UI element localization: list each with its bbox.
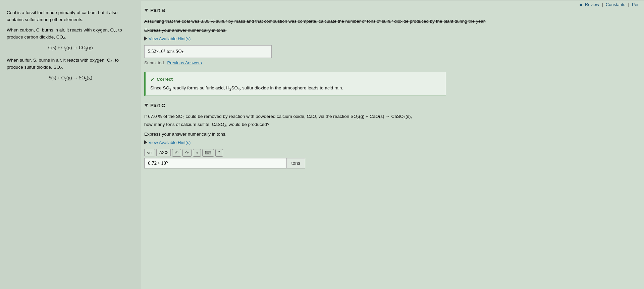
hint-arrow-c — [144, 140, 147, 144]
correct-text: Since SO2 readily forms sulfuric acid, H… — [150, 85, 441, 92]
part-b-answer-row — [144, 45, 634, 58]
checkmark-icon: ✓ — [150, 76, 155, 83]
part-c-express: Express your answer numerically in tons. — [144, 132, 634, 137]
part-b-express: Express your answer numerically in tons. — [144, 28, 634, 33]
hint-arrow-b — [144, 37, 147, 41]
part-b-hint-label: View Available Hint(s) — [149, 36, 191, 41]
undo-btn[interactable]: ↶ — [172, 149, 181, 157]
sqrt-btn[interactable]: √□ — [144, 149, 155, 156]
constants-link[interactable]: Constants — [606, 2, 626, 7]
equation-2: S(s) + O2(g) → SO2(g) — [7, 74, 134, 82]
part-c-hint-label: View Available Hint(s) — [149, 140, 191, 145]
prev-answers-row: Submitted Previous Answers — [144, 60, 634, 69]
sep1: | — [602, 2, 603, 7]
part-b-hint-link[interactable]: View Available Hint(s) — [144, 36, 634, 41]
keyboard-btn[interactable]: ⌨ — [202, 149, 214, 157]
review-link[interactable]: Review — [585, 2, 599, 7]
collapse-icon-c[interactable] — [144, 104, 148, 107]
part-b-header: Part B — [144, 7, 634, 13]
collapse-icon-b[interactable] — [144, 9, 148, 12]
part-c-hint-link[interactable]: View Available Hint(s) — [144, 140, 634, 145]
units-label: tons — [286, 158, 305, 168]
periodic-link[interactable]: Per — [632, 2, 639, 7]
top-bar: ■ Review | Constants | Per — [574, 0, 644, 9]
review-icon: ■ — [580, 2, 582, 7]
right-panel: Part B Assuming that the coal was 3.30 %… — [141, 1, 644, 289]
intro-text-1: Coal is a fossil fuel made primarily of … — [7, 9, 134, 23]
part-c-label: Part C — [150, 102, 165, 108]
equation-1: C(s) + O2(g) → CO2(g) — [7, 44, 134, 52]
correct-box-b: ✓ Correct Since SO2 readily forms sulfur… — [144, 72, 446, 96]
part-b-question: Assuming that the coal was 3.30 % sulfur… — [144, 18, 547, 25]
intro-text-2: When carbon, C, burns in air, it reacts … — [7, 27, 134, 41]
part-c-answer-input[interactable] — [145, 158, 286, 168]
previous-answers-link[interactable]: Previous Answers — [167, 60, 202, 65]
left-panel: Coal is a fossil fuel made primarily of … — [0, 1, 141, 289]
correct-header: ✓ Correct — [150, 76, 441, 83]
math-input-row: tons — [144, 158, 305, 168]
part-c-question: If 67.0 % of the SO2 could be removed by… — [144, 113, 513, 129]
sep2: | — [628, 2, 629, 7]
correct-label: Correct — [157, 76, 173, 83]
intro-text-3: When sulfur, S, burns in air, it reacts … — [7, 57, 134, 71]
redo-btn[interactable]: ↷ — [182, 149, 192, 157]
reset-btn[interactable]: ○ — [193, 149, 201, 157]
part-b-label: Part B — [150, 7, 165, 13]
part-c-header: Part C — [144, 102, 634, 108]
math-toolbar: √□ ΑΣΦ ↶ ↷ ○ ⌨ ? — [144, 149, 634, 157]
part-b-answer-input[interactable] — [144, 45, 272, 58]
page-layout: Coal is a fossil fuel made primarily of … — [0, 0, 644, 289]
greek-btn[interactable]: ΑΣΦ — [156, 149, 171, 156]
help-btn[interactable]: ? — [215, 149, 223, 157]
submitted-label: Submitted — [144, 60, 164, 65]
